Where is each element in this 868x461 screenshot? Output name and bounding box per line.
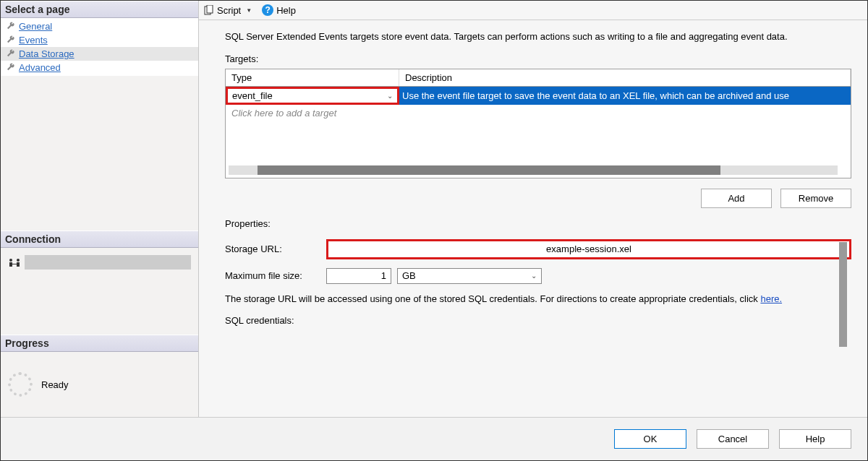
description-cell: Use the event file target to save the ev… xyxy=(399,87,851,105)
add-target-placeholder-row[interactable]: Click here to add a target xyxy=(226,105,851,121)
sidebar-item-advanced[interactable]: Advanced xyxy=(1,61,198,74)
connection-icon xyxy=(8,258,21,268)
progress-body: Ready xyxy=(1,352,198,417)
sidebar-item-label: General xyxy=(19,21,52,32)
page-nav-list: General Events Data Storage Advanced xyxy=(1,18,198,76)
cancel-button[interactable]: Cancel xyxy=(697,429,769,449)
svg-point-2 xyxy=(17,259,20,262)
wrench-icon xyxy=(6,63,16,73)
wrench-icon xyxy=(6,49,16,59)
select-page-header: Select a page xyxy=(1,1,198,18)
here-link[interactable]: here. xyxy=(760,293,782,304)
help-button[interactable]: Help xyxy=(779,429,851,449)
max-file-size-label: Maximum file size: xyxy=(225,270,326,281)
info-text-part: The storage URL will be accessed using o… xyxy=(225,293,760,304)
script-icon xyxy=(203,5,214,16)
sidebar-item-label: Events xyxy=(19,35,48,46)
connection-value-placeholder xyxy=(25,255,191,270)
wrench-icon xyxy=(6,35,16,46)
sidebar: Select a page General Events Data Storag… xyxy=(1,1,199,417)
svg-rect-4 xyxy=(12,264,17,264)
dialog-button-bar: OK Cancel Help xyxy=(1,417,867,460)
horizontal-scrollbar[interactable] xyxy=(229,165,838,175)
type-dropdown-cell[interactable]: event_file ⌄ xyxy=(226,87,399,105)
connection-header: Connection xyxy=(1,231,198,248)
sidebar-item-data-storage[interactable]: Data Storage xyxy=(1,47,198,61)
grid-header: Type Description xyxy=(226,69,851,87)
svg-point-0 xyxy=(9,259,12,262)
sidebar-item-label: Data Storage xyxy=(19,48,75,59)
svg-rect-1 xyxy=(9,262,12,267)
remove-button[interactable]: Remove xyxy=(780,189,851,208)
progress-spinner-icon xyxy=(8,372,33,397)
script-dropdown[interactable]: Script xyxy=(217,5,241,16)
connection-body xyxy=(1,248,198,335)
chevron-down-icon: ⌄ xyxy=(387,92,393,100)
targets-grid: Type Description event_file ⌄ Use the ev… xyxy=(225,69,851,178)
help-label[interactable]: Help xyxy=(276,5,296,16)
col-header-type[interactable]: Type xyxy=(226,69,399,86)
add-button[interactable]: Add xyxy=(701,189,772,208)
sidebar-item-events[interactable]: Events xyxy=(1,33,198,47)
svg-rect-6 xyxy=(207,5,213,13)
sidebar-item-general[interactable]: General xyxy=(1,20,198,33)
type-value: event_file xyxy=(232,90,273,101)
unit-value: GB xyxy=(402,270,416,281)
dropdown-triangle-icon[interactable]: ▼ xyxy=(246,7,252,14)
sidebar-item-label: Advanced xyxy=(19,62,61,73)
ok-button[interactable]: OK xyxy=(614,429,686,449)
chevron-down-icon: ⌄ xyxy=(531,272,537,280)
scrollbar-thumb[interactable] xyxy=(258,165,720,175)
sql-credentials-label: SQL credentials: xyxy=(225,315,326,326)
properties-label: Properties: xyxy=(225,218,851,229)
svg-rect-3 xyxy=(17,262,20,267)
grid-row[interactable]: event_file ⌄ Use the event file target t… xyxy=(226,87,851,105)
col-header-description[interactable]: Description xyxy=(399,69,851,86)
progress-header: Progress xyxy=(1,335,198,352)
intro-text: SQL Server Extended Events targets store… xyxy=(225,30,851,43)
max-file-size-input[interactable] xyxy=(326,268,391,284)
targets-label: Targets: xyxy=(225,53,851,64)
wrench-icon xyxy=(6,22,16,32)
main-pane: Script ▼ ? Help SQL Server Extended Even… xyxy=(199,1,867,417)
toolbar: Script ▼ ? Help xyxy=(199,1,867,20)
credentials-info-text: The storage URL will be accessed using o… xyxy=(225,293,851,306)
help-icon[interactable]: ? xyxy=(262,4,273,16)
storage-url-label: Storage URL: xyxy=(225,244,326,254)
progress-status: Ready xyxy=(41,379,69,390)
storage-url-input[interactable]: example-session.xel xyxy=(326,239,851,259)
vertical-scrollbar[interactable] xyxy=(839,242,847,347)
file-size-unit-select[interactable]: GB ⌄ xyxy=(397,268,542,284)
